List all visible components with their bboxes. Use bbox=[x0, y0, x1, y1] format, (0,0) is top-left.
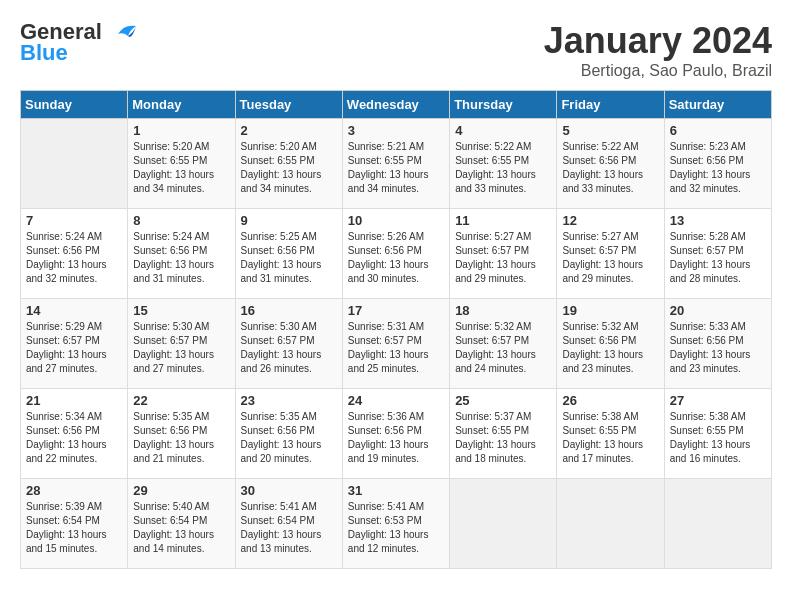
calendar-cell: 3Sunrise: 5:21 AM Sunset: 6:55 PM Daylig… bbox=[342, 119, 449, 209]
day-info: Sunrise: 5:36 AM Sunset: 6:56 PM Dayligh… bbox=[348, 410, 444, 466]
day-number: 2 bbox=[241, 123, 337, 138]
day-number: 11 bbox=[455, 213, 551, 228]
day-number: 29 bbox=[133, 483, 229, 498]
weekday-header-monday: Monday bbox=[128, 91, 235, 119]
day-info: Sunrise: 5:21 AM Sunset: 6:55 PM Dayligh… bbox=[348, 140, 444, 196]
logo-bird-icon bbox=[110, 22, 138, 44]
day-number: 9 bbox=[241, 213, 337, 228]
day-info: Sunrise: 5:20 AM Sunset: 6:55 PM Dayligh… bbox=[241, 140, 337, 196]
day-info: Sunrise: 5:32 AM Sunset: 6:57 PM Dayligh… bbox=[455, 320, 551, 376]
calendar-cell: 11Sunrise: 5:27 AM Sunset: 6:57 PM Dayli… bbox=[450, 209, 557, 299]
day-number: 30 bbox=[241, 483, 337, 498]
day-info: Sunrise: 5:30 AM Sunset: 6:57 PM Dayligh… bbox=[241, 320, 337, 376]
calendar-cell: 30Sunrise: 5:41 AM Sunset: 6:54 PM Dayli… bbox=[235, 479, 342, 569]
day-info: Sunrise: 5:27 AM Sunset: 6:57 PM Dayligh… bbox=[562, 230, 658, 286]
calendar-cell bbox=[557, 479, 664, 569]
day-number: 31 bbox=[348, 483, 444, 498]
day-number: 8 bbox=[133, 213, 229, 228]
day-number: 3 bbox=[348, 123, 444, 138]
day-info: Sunrise: 5:38 AM Sunset: 6:55 PM Dayligh… bbox=[562, 410, 658, 466]
day-info: Sunrise: 5:38 AM Sunset: 6:55 PM Dayligh… bbox=[670, 410, 766, 466]
day-number: 17 bbox=[348, 303, 444, 318]
calendar-cell: 23Sunrise: 5:35 AM Sunset: 6:56 PM Dayli… bbox=[235, 389, 342, 479]
day-number: 28 bbox=[26, 483, 122, 498]
day-number: 21 bbox=[26, 393, 122, 408]
day-number: 19 bbox=[562, 303, 658, 318]
calendar-cell: 21Sunrise: 5:34 AM Sunset: 6:56 PM Dayli… bbox=[21, 389, 128, 479]
calendar-cell: 15Sunrise: 5:30 AM Sunset: 6:57 PM Dayli… bbox=[128, 299, 235, 389]
day-number: 4 bbox=[455, 123, 551, 138]
day-info: Sunrise: 5:23 AM Sunset: 6:56 PM Dayligh… bbox=[670, 140, 766, 196]
calendar-cell: 13Sunrise: 5:28 AM Sunset: 6:57 PM Dayli… bbox=[664, 209, 771, 299]
calendar-cell: 31Sunrise: 5:41 AM Sunset: 6:53 PM Dayli… bbox=[342, 479, 449, 569]
day-info: Sunrise: 5:25 AM Sunset: 6:56 PM Dayligh… bbox=[241, 230, 337, 286]
calendar-cell: 5Sunrise: 5:22 AM Sunset: 6:56 PM Daylig… bbox=[557, 119, 664, 209]
day-info: Sunrise: 5:29 AM Sunset: 6:57 PM Dayligh… bbox=[26, 320, 122, 376]
day-info: Sunrise: 5:28 AM Sunset: 6:57 PM Dayligh… bbox=[670, 230, 766, 286]
day-info: Sunrise: 5:30 AM Sunset: 6:57 PM Dayligh… bbox=[133, 320, 229, 376]
weekday-header-row: SundayMondayTuesdayWednesdayThursdayFrid… bbox=[21, 91, 772, 119]
calendar-cell: 14Sunrise: 5:29 AM Sunset: 6:57 PM Dayli… bbox=[21, 299, 128, 389]
calendar-cell: 24Sunrise: 5:36 AM Sunset: 6:56 PM Dayli… bbox=[342, 389, 449, 479]
day-info: Sunrise: 5:35 AM Sunset: 6:56 PM Dayligh… bbox=[133, 410, 229, 466]
calendar-cell bbox=[664, 479, 771, 569]
calendar-cell: 16Sunrise: 5:30 AM Sunset: 6:57 PM Dayli… bbox=[235, 299, 342, 389]
day-number: 24 bbox=[348, 393, 444, 408]
day-info: Sunrise: 5:31 AM Sunset: 6:57 PM Dayligh… bbox=[348, 320, 444, 376]
day-number: 5 bbox=[562, 123, 658, 138]
day-number: 1 bbox=[133, 123, 229, 138]
calendar-cell: 7Sunrise: 5:24 AM Sunset: 6:56 PM Daylig… bbox=[21, 209, 128, 299]
page-header: General Blue January 2024 Bertioga, Sao … bbox=[20, 20, 772, 80]
calendar-cell: 27Sunrise: 5:38 AM Sunset: 6:55 PM Dayli… bbox=[664, 389, 771, 479]
weekday-header-tuesday: Tuesday bbox=[235, 91, 342, 119]
week-row-3: 14Sunrise: 5:29 AM Sunset: 6:57 PM Dayli… bbox=[21, 299, 772, 389]
day-number: 12 bbox=[562, 213, 658, 228]
day-info: Sunrise: 5:24 AM Sunset: 6:56 PM Dayligh… bbox=[26, 230, 122, 286]
calendar-cell: 8Sunrise: 5:24 AM Sunset: 6:56 PM Daylig… bbox=[128, 209, 235, 299]
day-number: 15 bbox=[133, 303, 229, 318]
week-row-1: 1Sunrise: 5:20 AM Sunset: 6:55 PM Daylig… bbox=[21, 119, 772, 209]
weekday-header-sunday: Sunday bbox=[21, 91, 128, 119]
day-number: 10 bbox=[348, 213, 444, 228]
title-block: January 2024 Bertioga, Sao Paulo, Brazil bbox=[544, 20, 772, 80]
calendar-table: SundayMondayTuesdayWednesdayThursdayFrid… bbox=[20, 90, 772, 569]
calendar-cell: 4Sunrise: 5:22 AM Sunset: 6:55 PM Daylig… bbox=[450, 119, 557, 209]
month-title: January 2024 bbox=[544, 20, 772, 62]
day-number: 22 bbox=[133, 393, 229, 408]
day-number: 18 bbox=[455, 303, 551, 318]
day-info: Sunrise: 5:22 AM Sunset: 6:55 PM Dayligh… bbox=[455, 140, 551, 196]
calendar-cell: 22Sunrise: 5:35 AM Sunset: 6:56 PM Dayli… bbox=[128, 389, 235, 479]
calendar-cell: 10Sunrise: 5:26 AM Sunset: 6:56 PM Dayli… bbox=[342, 209, 449, 299]
day-number: 14 bbox=[26, 303, 122, 318]
day-info: Sunrise: 5:41 AM Sunset: 6:53 PM Dayligh… bbox=[348, 500, 444, 556]
logo: General Blue bbox=[20, 20, 138, 66]
calendar-cell: 17Sunrise: 5:31 AM Sunset: 6:57 PM Dayli… bbox=[342, 299, 449, 389]
calendar-cell: 26Sunrise: 5:38 AM Sunset: 6:55 PM Dayli… bbox=[557, 389, 664, 479]
day-info: Sunrise: 5:26 AM Sunset: 6:56 PM Dayligh… bbox=[348, 230, 444, 286]
day-info: Sunrise: 5:27 AM Sunset: 6:57 PM Dayligh… bbox=[455, 230, 551, 286]
day-number: 13 bbox=[670, 213, 766, 228]
day-info: Sunrise: 5:24 AM Sunset: 6:56 PM Dayligh… bbox=[133, 230, 229, 286]
day-info: Sunrise: 5:35 AM Sunset: 6:56 PM Dayligh… bbox=[241, 410, 337, 466]
calendar-cell: 28Sunrise: 5:39 AM Sunset: 6:54 PM Dayli… bbox=[21, 479, 128, 569]
day-number: 23 bbox=[241, 393, 337, 408]
calendar-cell: 2Sunrise: 5:20 AM Sunset: 6:55 PM Daylig… bbox=[235, 119, 342, 209]
calendar-cell: 1Sunrise: 5:20 AM Sunset: 6:55 PM Daylig… bbox=[128, 119, 235, 209]
day-number: 26 bbox=[562, 393, 658, 408]
day-number: 6 bbox=[670, 123, 766, 138]
calendar-cell: 12Sunrise: 5:27 AM Sunset: 6:57 PM Dayli… bbox=[557, 209, 664, 299]
calendar-cell: 9Sunrise: 5:25 AM Sunset: 6:56 PM Daylig… bbox=[235, 209, 342, 299]
calendar-cell: 25Sunrise: 5:37 AM Sunset: 6:55 PM Dayli… bbox=[450, 389, 557, 479]
day-info: Sunrise: 5:20 AM Sunset: 6:55 PM Dayligh… bbox=[133, 140, 229, 196]
day-info: Sunrise: 5:40 AM Sunset: 6:54 PM Dayligh… bbox=[133, 500, 229, 556]
week-row-5: 28Sunrise: 5:39 AM Sunset: 6:54 PM Dayli… bbox=[21, 479, 772, 569]
day-number: 20 bbox=[670, 303, 766, 318]
week-row-2: 7Sunrise: 5:24 AM Sunset: 6:56 PM Daylig… bbox=[21, 209, 772, 299]
day-info: Sunrise: 5:41 AM Sunset: 6:54 PM Dayligh… bbox=[241, 500, 337, 556]
calendar-cell: 20Sunrise: 5:33 AM Sunset: 6:56 PM Dayli… bbox=[664, 299, 771, 389]
day-info: Sunrise: 5:39 AM Sunset: 6:54 PM Dayligh… bbox=[26, 500, 122, 556]
day-info: Sunrise: 5:37 AM Sunset: 6:55 PM Dayligh… bbox=[455, 410, 551, 466]
day-number: 25 bbox=[455, 393, 551, 408]
weekday-header-thursday: Thursday bbox=[450, 91, 557, 119]
day-info: Sunrise: 5:22 AM Sunset: 6:56 PM Dayligh… bbox=[562, 140, 658, 196]
